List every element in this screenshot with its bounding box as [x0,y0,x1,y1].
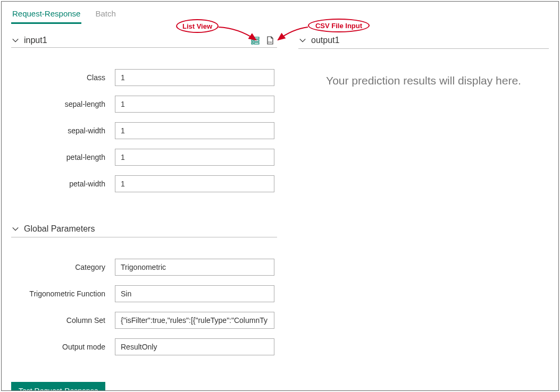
field-sepal-length: sepal-length [11,96,277,113]
field-petal-width: petal-width [11,175,277,192]
field-label: sepal-length [11,100,115,109]
global-fields-group: Category Trigonometric Function Column S… [11,237,277,373]
field-column-set: Column Set [11,312,277,329]
field-label: Category [11,263,115,272]
field-output-mode: Output mode [11,338,277,355]
field-label: Class [11,73,115,82]
field-input-class[interactable] [115,69,274,86]
field-category: Category [11,259,277,276]
tabs-bar: Request-Response Batch [2,2,558,24]
output-section-header: output1 [298,33,549,49]
field-input-output-mode[interactable] [115,338,274,355]
chevron-down-icon[interactable] [11,36,20,45]
input-section-title: input1 [24,36,47,45]
tab-request-response[interactable]: Request-Response [11,6,81,24]
svg-rect-5 [254,42,259,44]
field-class: Class [11,69,277,86]
field-input-category[interactable] [115,259,274,276]
field-label: Trigonometric Function [11,289,115,299]
field-input-column-set[interactable] [115,312,274,329]
list-view-icon[interactable] [250,36,260,45]
svg-text:csv: csv [268,40,272,44]
field-label: sepal-width [11,126,115,135]
svg-rect-2 [252,40,253,41]
output-placeholder-message: Your prediction results will display her… [298,49,549,87]
field-input-sepal-length[interactable] [115,96,274,113]
chevron-down-icon[interactable] [298,36,307,45]
field-input-petal-width[interactable] [115,175,274,192]
global-params-header: Global Parameters [11,222,277,237]
input-section-header: input1 [11,33,277,48]
field-input-trig-function[interactable] [115,285,274,302]
field-label: Column Set [11,316,115,325]
input-fields-group: Class sepal-length sepal-width petal-len… [11,48,277,210]
chevron-down-icon[interactable] [11,225,20,233]
svg-rect-3 [254,40,259,41]
global-params-title: Global Parameters [24,224,95,234]
svg-rect-4 [252,42,253,44]
field-label: petal-width [11,180,115,189]
svg-rect-0 [252,37,253,39]
csv-file-input-icon[interactable]: csv [265,36,275,45]
test-request-response-button[interactable]: Test Request-Response [11,382,105,391]
output-section-title: output1 [311,36,339,45]
field-label: Output mode [11,343,115,352]
field-trig-function: Trigonometric Function [11,285,277,302]
field-petal-length: petal-length [11,149,277,166]
field-input-petal-length[interactable] [115,149,274,166]
svg-rect-1 [254,37,259,39]
field-sepal-width: sepal-width [11,122,277,139]
tab-batch[interactable]: Batch [94,6,116,24]
field-input-sepal-width[interactable] [115,122,274,139]
field-label: petal-length [11,153,115,162]
